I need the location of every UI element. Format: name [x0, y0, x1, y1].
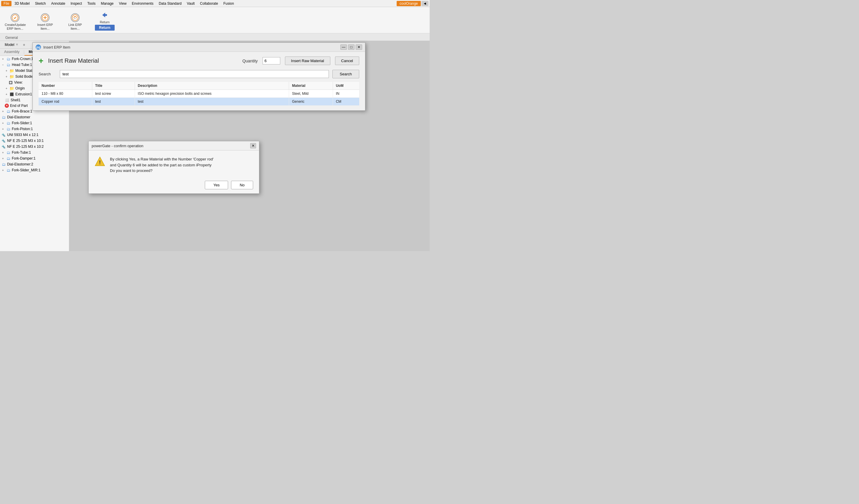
tab-assembly[interactable]: Assembly — [0, 49, 24, 56]
no-button[interactable]: No — [231, 181, 253, 189]
yes-button[interactable]: Yes — [205, 181, 228, 189]
table-row[interactable]: Copper rod test test Generic CM — [39, 98, 359, 106]
confirm-title-text: powerGate - confirm operation — [92, 144, 144, 148]
cell-material-0: Steel, Mild — [289, 90, 333, 98]
insert-erp-icon — [40, 12, 50, 23]
menu-manage[interactable]: Manage — [99, 1, 116, 6]
cancel-button[interactable]: Cancel — [335, 57, 359, 65]
expand-extrusion1[interactable]: + — [5, 92, 8, 96]
menu-sketch[interactable]: Sketch — [33, 1, 48, 6]
expand-fork-brace[interactable]: + — [1, 110, 5, 113]
erp-search-row: Search Search — [39, 70, 359, 78]
cool-orange-label: coolOrange — [397, 1, 421, 6]
expand-fork-crown[interactable]: + — [1, 57, 5, 61]
label-view: View: — [14, 80, 23, 84]
table-row[interactable]: 110 - M8 x 80 test screw ISO metric hexa… — [39, 90, 359, 98]
tree-item-dial-elastomer2[interactable]: 🗂 Dial-Elastomer:2 — [0, 161, 69, 167]
folder-icon-head-tube: 🗂 — [6, 62, 11, 67]
quantity-label: Quantity — [242, 59, 258, 63]
cell-number-0: 110 - M8 x 80 — [39, 90, 92, 98]
results-table: Number Title Description Material UoM 11… — [39, 82, 359, 106]
quantity-input[interactable] — [262, 57, 280, 64]
return-button[interactable]: Return Return — [92, 9, 117, 32]
expand-fork-piston[interactable]: + — [1, 127, 5, 131]
erp-minimize-btn[interactable]: — — [340, 45, 347, 50]
add-tab-button[interactable]: + — [21, 42, 27, 48]
menu-tools[interactable]: Tools — [85, 1, 98, 6]
general-tab[interactable]: General — [2, 35, 21, 41]
expand-origin[interactable]: + — [5, 86, 8, 90]
tree-item-fork-piston[interactable]: + 🗂 Fork-Piston:1 — [0, 126, 69, 132]
expand-solid-bodies[interactable]: + — [5, 75, 8, 78]
cell-uom-0: IN — [333, 90, 359, 98]
search-button[interactable]: Search — [332, 70, 359, 78]
expand-fork-slider[interactable]: + — [1, 121, 5, 125]
menu-3dmodel[interactable]: 3D Model — [12, 1, 32, 6]
menu-vault[interactable]: Vault — [184, 1, 197, 6]
folder-icon-fork-crown: 🗂 — [6, 57, 11, 61]
tree-item-fork-damper[interactable]: + 🗂 Fork-Damper:1 — [0, 155, 69, 161]
folder-icon-dial-elastomer2: 🗂 — [1, 162, 6, 167]
col-description: Description — [135, 82, 289, 90]
create-update-erp-button[interactable]: Create/Update ERP Item... — [2, 11, 28, 32]
part-icon-uni5933: 🔩 — [1, 132, 6, 137]
nav-back-btn[interactable]: ◀ — [421, 1, 428, 6]
menu-view[interactable]: View — [117, 1, 129, 6]
erp-dialog-title-text: Insert ERP Item — [43, 45, 71, 49]
insert-erp-button[interactable]: Insert ERP Item... — [32, 11, 58, 32]
tree-item-fork-slider[interactable]: + 🗂 Fork-Slider:1 — [0, 120, 69, 126]
model-tab-close[interactable]: ✕ — [16, 43, 18, 47]
link-erp-label: Link ERP Item... — [65, 23, 86, 31]
model-tab[interactable]: Model ✕ — [2, 42, 21, 48]
cell-uom-1: CM — [333, 98, 359, 106]
tree-item-dial-elastomer[interactable]: 🗂 Dial-Elastomer — [0, 114, 69, 120]
folder-icon-dial-elastomer: 🗂 — [1, 115, 6, 120]
insert-raw-material-button[interactable]: Insert Raw Material — [285, 57, 330, 65]
erp-heading: Insert Raw Material — [48, 58, 238, 64]
tree-item-fork-slider-mir[interactable]: + 🗂 Fork-Slider_MIR:1 — [0, 167, 69, 173]
col-number: Number — [39, 82, 92, 90]
part-icon-extrusion1: ⬛ — [10, 92, 14, 97]
col-title: Title — [92, 82, 135, 90]
confirm-close-btn[interactable]: ✕ — [250, 143, 256, 148]
search-label: Search — [39, 72, 56, 76]
link-erp-button[interactable]: Link ERP Item... — [62, 11, 88, 32]
menu-file[interactable]: File — [1, 1, 12, 6]
col-uom: UoM — [333, 82, 359, 90]
expand-head-tube[interactable]: − — [1, 63, 5, 66]
tree-item-nfe1[interactable]: 🔩 NF E 25-125 M3 x 10:1 — [0, 138, 69, 144]
erp-maximize-btn[interactable]: □ — [348, 45, 355, 50]
menu-datastandard[interactable]: Data Standard — [156, 1, 184, 6]
folder-icon-solid-bodies: 📁 — [10, 74, 14, 79]
part-icon-nfe2: 🔩 — [1, 144, 6, 149]
label-nfe2: NF E 25-125 M3 x 10:2 — [7, 144, 44, 149]
menu-collaborate[interactable]: Collaborate — [198, 1, 221, 6]
menu-inspect[interactable]: Inspect — [68, 1, 84, 6]
menu-fusion[interactable]: Fusion — [221, 1, 236, 6]
tree-item-nfe2[interactable]: 🔩 NF E 25-125 M3 x 10:2 — [0, 144, 69, 149]
label-extrusion1: Extrusion1 — [15, 92, 32, 96]
folder-icon-fork-damper: 🗂 — [6, 156, 11, 161]
label-origin: Origin — [15, 86, 25, 90]
label-shell1: Shell1 — [11, 98, 20, 102]
expand-fork-slider-mir[interactable]: + — [1, 168, 5, 172]
menu-environments[interactable]: Environments — [130, 1, 155, 6]
expand-fork-damper[interactable]: + — [1, 157, 5, 160]
erp-dialog-body: + Insert Raw Material Quantity Insert Ra… — [33, 52, 365, 110]
folder-icon-model-states: 📁 — [10, 68, 14, 73]
menu-annotate[interactable]: Annotate — [49, 1, 67, 6]
erp-dialog-title-area: pg Insert ERP Item — [36, 45, 71, 50]
erp-close-btn[interactable]: ✕ — [356, 45, 362, 50]
cell-title-0: test screw — [92, 90, 135, 98]
tree-item-uni5933[interactable]: 🔩 UNI 5933 M4 x 12:1 — [0, 132, 69, 138]
expand-fork-tube[interactable]: + — [1, 151, 5, 154]
search-input[interactable] — [60, 70, 329, 78]
expand-model-states[interactable]: + — [5, 69, 8, 73]
create-update-erp-icon — [10, 12, 20, 23]
folder-icon-fork-slider: 🗂 — [6, 121, 11, 125]
return-tooltip: Return — [95, 25, 115, 31]
label-fork-brace: Fork-Brace:1 — [12, 109, 32, 113]
svg-point-5 — [72, 15, 78, 21]
tree-item-fork-tube[interactable]: + 🗂 Fork-Tube:1 — [0, 149, 69, 155]
cell-description-0: ISO metric hexagon precision bolts and s… — [135, 90, 289, 98]
